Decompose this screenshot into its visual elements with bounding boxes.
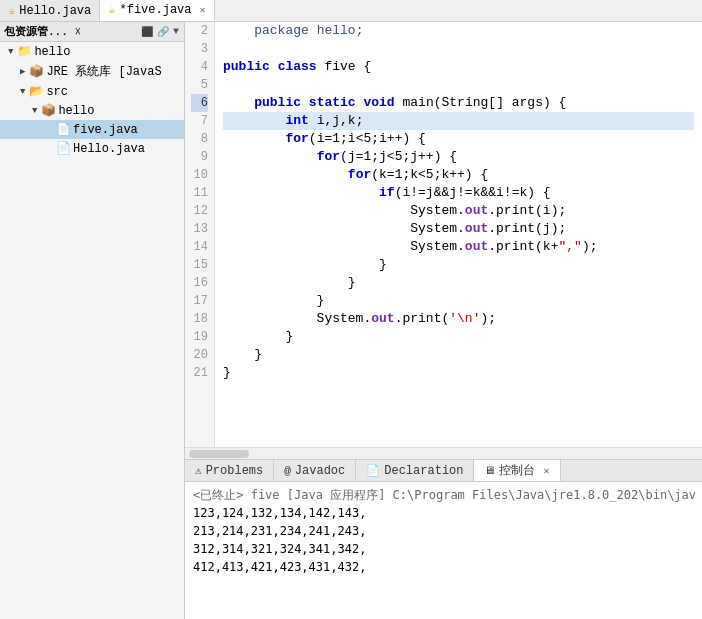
- code-line-17: System.out.print('\n');: [223, 310, 694, 328]
- tab-javadoc-label: Javadoc: [295, 464, 345, 478]
- expand-icon-jre: ▶: [20, 66, 25, 77]
- bottom-panel: ⚠ Problems @ Javadoc 📄 Declaration 🖥 控制台…: [185, 459, 702, 619]
- console-data-1: 123,124,132,134,142,143,: [193, 504, 694, 522]
- tab-javadoc[interactable]: @ Javadoc: [274, 460, 356, 481]
- horizontal-scrollbar[interactable]: [185, 447, 702, 459]
- tab-hello-label: Hello.java: [19, 4, 91, 18]
- editor-wrapper: 2 3 4 5 6 7 8 9 10 11 12 13 14 15 16 17: [185, 22, 702, 619]
- code-line-13: System.out.print(k+",");: [223, 238, 694, 256]
- code-line-20: }: [223, 364, 694, 382]
- console-output: <已终止> five [Java 应用程序] C:\Program Files\…: [185, 482, 702, 619]
- javadoc-icon: @: [284, 465, 291, 477]
- tab-close-icon[interactable]: ✕: [200, 4, 206, 16]
- code-line-11: System.out.print(i);: [223, 202, 694, 220]
- sidebar-item-src-label: src: [46, 85, 68, 99]
- menu-icon[interactable]: ▼: [172, 25, 180, 39]
- sidebar-item-jre[interactable]: ▶ 📦 JRE 系统库 [JavaS: [0, 61, 184, 82]
- tab-problems-label: Problems: [206, 464, 264, 478]
- code-line-21: [223, 382, 694, 400]
- code-line-15: }: [223, 274, 694, 292]
- java-file-icon: ☕: [8, 3, 15, 18]
- line-num-6: 6: [191, 94, 208, 112]
- line-num-10: 10: [191, 166, 208, 184]
- code-line-9: for(k=1;k<5;k++) {: [223, 166, 694, 184]
- code-line-7: for(i=1;i<5;i++) {: [223, 130, 694, 148]
- sidebar-file-five-label: five.java: [73, 123, 138, 137]
- tab-declaration-label: Declaration: [384, 464, 463, 478]
- code-line-3: [223, 40, 694, 58]
- problems-icon: ⚠: [195, 464, 202, 477]
- line-num-11: 11: [191, 184, 208, 202]
- file-icon-hello: 📄: [56, 141, 71, 156]
- line-numbers: 2 3 4 5 6 7 8 9 10 11 12 13 14 15 16 17: [185, 22, 215, 447]
- tab-console-label: 控制台: [499, 462, 535, 479]
- console-close-icon[interactable]: ✕: [543, 465, 549, 477]
- main-layout: 包资源管... ☓ ⬛ 🔗 ▼ ▼ 📁 hello ▶ 📦 JRE 系统库 [J…: [0, 22, 702, 619]
- line-num-9: 9: [191, 148, 208, 166]
- line-num-7: 7: [191, 112, 208, 130]
- code-lines[interactable]: package hello; public class five { publi…: [215, 22, 702, 447]
- code-line-6: int i,j,k;: [223, 112, 694, 130]
- line-num-14: 14: [191, 238, 208, 256]
- sidebar-item-pkg-label: hello: [58, 104, 94, 118]
- tab-declaration[interactable]: 📄 Declaration: [356, 460, 474, 481]
- line-num-21: 21: [191, 364, 208, 382]
- line-num-2: 2: [191, 22, 208, 40]
- line-num-13: 13: [191, 220, 208, 238]
- code-line-2: package hello;: [223, 22, 694, 40]
- code-line-8: for(j=1;j<5;j++) {: [223, 148, 694, 166]
- sidebar-item-src[interactable]: ▼ 📂 src: [0, 82, 184, 101]
- line-num-17: 17: [191, 292, 208, 310]
- folder-icon: 📂: [29, 84, 44, 99]
- link-icon[interactable]: 🔗: [156, 25, 170, 39]
- sidebar-toolbar: ⬛ 🔗 ▼: [140, 25, 180, 39]
- tab-five-java[interactable]: ☕ *five.java ✕: [100, 0, 214, 21]
- line-num-8: 8: [191, 130, 208, 148]
- sidebar-item-hello-project[interactable]: ▼ 📁 hello: [0, 42, 184, 61]
- console-icon: 🖥: [484, 464, 495, 477]
- sidebar-item-hello-java[interactable]: 📄 Hello.java: [0, 139, 184, 158]
- code-line-4: [223, 76, 694, 94]
- expand-icon-pkg: ▼: [32, 106, 37, 116]
- project-icon: 📁: [17, 44, 32, 59]
- code-content[interactable]: 2 3 4 5 6 7 8 9 10 11 12 13 14 15 16 17: [185, 22, 702, 447]
- line-num-12: 12: [191, 202, 208, 220]
- sidebar-item-label: hello: [34, 45, 70, 59]
- tab-bar: ☕ Hello.java ☕ *five.java ✕: [0, 0, 702, 22]
- sidebar-item-hello-pkg[interactable]: ▼ 📦 hello: [0, 101, 184, 120]
- line-num-18: 18: [191, 310, 208, 328]
- editor-area: 2 3 4 5 6 7 8 9 10 11 12 13 14 15 16 17: [185, 22, 702, 459]
- java-file-icon-2: ☕: [108, 2, 115, 17]
- tab-console[interactable]: 🖥 控制台 ✕: [474, 460, 560, 481]
- expand-icon-src: ▼: [20, 87, 25, 97]
- line-num-15: 15: [191, 256, 208, 274]
- tab-problems[interactable]: ⚠ Problems: [185, 460, 274, 481]
- console-data-2: 213,214,231,234,241,243,: [193, 522, 694, 540]
- sidebar-header: 包资源管... ☓ ⬛ 🔗 ▼: [0, 22, 184, 42]
- tab-hello-java[interactable]: ☕ Hello.java: [0, 0, 100, 21]
- expand-icon: ▼: [8, 47, 13, 57]
- tab-five-label: *five.java: [119, 3, 191, 17]
- code-line-19: }: [223, 346, 694, 364]
- code-line-3b: public class five {: [223, 58, 694, 76]
- line-num-4: 4: [191, 58, 208, 76]
- code-line-16: }: [223, 292, 694, 310]
- bottom-tab-bar: ⚠ Problems @ Javadoc 📄 Declaration 🖥 控制台…: [185, 460, 702, 482]
- sidebar-item-jre-label: JRE 系统库 [JavaS: [46, 63, 161, 80]
- collapse-icon[interactable]: ⬛: [140, 25, 154, 39]
- code-line-18: }: [223, 328, 694, 346]
- sidebar-title: 包资源管... ☓: [4, 24, 81, 39]
- line-num-19: 19: [191, 328, 208, 346]
- declaration-icon: 📄: [366, 464, 380, 477]
- console-data-4: 412,413,421,423,431,432,: [193, 558, 694, 576]
- sidebar-item-five-java[interactable]: 📄 five.java: [0, 120, 184, 139]
- line-num-5: 5: [191, 76, 208, 94]
- sidebar: 包资源管... ☓ ⬛ 🔗 ▼ ▼ 📁 hello ▶ 📦 JRE 系统库 [J…: [0, 22, 185, 619]
- line-num-3: 3: [191, 40, 208, 58]
- code-line-5: public static void main(String[] args) {: [223, 94, 694, 112]
- scroll-thumb[interactable]: [189, 450, 249, 458]
- console-data-3: 312,314,321,324,341,342,: [193, 540, 694, 558]
- line-num-20: 20: [191, 346, 208, 364]
- console-header-line: <已终止> five [Java 应用程序] C:\Program Files\…: [193, 486, 694, 504]
- sidebar-file-hello-label: Hello.java: [73, 142, 145, 156]
